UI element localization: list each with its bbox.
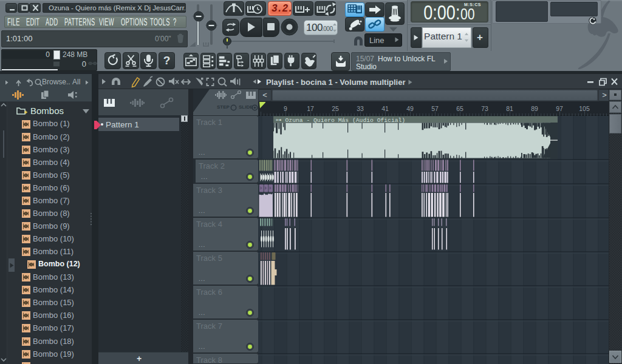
svg-text:81: 81 bbox=[506, 105, 513, 112]
svg-text:?: ? bbox=[163, 54, 171, 67]
svg-text:49: 49 bbox=[406, 105, 414, 112]
svg-text:17: 17 bbox=[307, 105, 314, 112]
svg-text:97: 97 bbox=[556, 105, 563, 112]
svg-text:33: 33 bbox=[357, 105, 364, 112]
svg-text:65: 65 bbox=[456, 105, 463, 112]
svg-text:105: 105 bbox=[579, 105, 590, 112]
svg-text:25: 25 bbox=[332, 105, 339, 112]
svg-text:⊶ Ozuna - Quiero Más (Audio Of: ⊶ Ozuna - Quiero Más (Audio Oficial) bbox=[276, 117, 405, 124]
svg-text:41: 41 bbox=[381, 105, 389, 112]
svg-text:73: 73 bbox=[481, 105, 488, 112]
svg-text:89: 89 bbox=[531, 105, 538, 112]
svg-text:9: 9 bbox=[284, 105, 287, 112]
svg-text:57: 57 bbox=[431, 105, 439, 112]
